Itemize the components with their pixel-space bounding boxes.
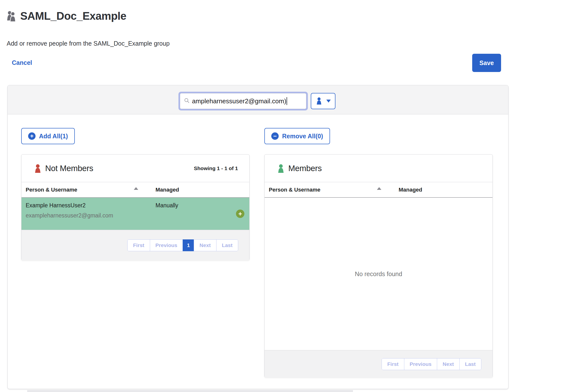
person-icon-green [277, 164, 285, 173]
chevron-down-icon [326, 100, 331, 103]
search-focus-ring: ampleharnessuser2@gmail.com) [178, 92, 308, 110]
minus-circle-icon: − [271, 132, 279, 140]
pagination-previous-button[interactable]: Previous [404, 358, 437, 370]
not-members-card: Not Members Showing 1 - 1 of 1 Person & … [21, 154, 250, 260]
person-icon-red [34, 164, 42, 173]
members-footer: First Previous Next Last [265, 350, 492, 378]
page-title: SAML_Doc_Example [20, 10, 126, 22]
search-input-value: ampleharnessuser2@gmail.com) [192, 97, 286, 105]
add-all-label: Add All(1) [39, 133, 68, 140]
group-icon [6, 10, 17, 22]
search-icon [184, 98, 190, 104]
page-subtitle: Add or remove people from the SAML_Doc_E… [7, 40, 170, 47]
remove-all-button[interactable]: − Remove All(0) [264, 128, 330, 144]
members-table-header: Person & Username Managed [265, 182, 492, 198]
not-members-footer: First Previous 1 Next Last [21, 230, 249, 261]
sort-asc-icon [134, 187, 138, 190]
column-header-person[interactable]: Person & Username [265, 187, 399, 193]
pagination-previous-button[interactable]: Previous [150, 239, 183, 251]
text-caret [287, 97, 287, 105]
search-input[interactable]: ampleharnessuser2@gmail.com) [180, 93, 306, 109]
save-button[interactable]: Save [472, 54, 501, 72]
pagination-page-1-button[interactable]: 1 [183, 239, 194, 251]
row-managed-cell: Manually [156, 198, 178, 230]
people-filter-dropdown[interactable] [311, 93, 335, 109]
members-title: Members [288, 164, 322, 173]
row-person-name: Example HarnessUser2 [26, 202, 156, 209]
column-header-person[interactable]: Person & Username [21, 187, 156, 193]
pagination-first-button[interactable]: First [127, 239, 150, 251]
table-row[interactable]: Example HarnessUser2 exampleharnessuser2… [21, 198, 249, 230]
column-header-managed[interactable]: Managed [399, 187, 422, 193]
showing-count: Showing 1 - 1 of 1 [194, 165, 238, 171]
not-members-title: Not Members [45, 164, 93, 173]
pagination-next-button[interactable]: Next [437, 358, 460, 370]
row-person-cell: Example HarnessUser2 exampleharnessuser2… [21, 198, 156, 230]
plus-circle-icon: + [28, 132, 36, 140]
cancel-link[interactable]: Cancel [12, 59, 32, 66]
pagination-last-button[interactable]: Last [459, 358, 481, 370]
add-all-button[interactable]: + Add All(1) [21, 128, 75, 144]
group-membership-page: SAML_Doc_Example Add or remove people fr… [0, 0, 565, 392]
members-header: Members [265, 155, 492, 182]
page-title-row: SAML_Doc_Example [6, 10, 126, 22]
remove-all-label: Remove All(0) [282, 133, 323, 140]
not-members-header: Not Members Showing 1 - 1 of 1 [21, 155, 249, 182]
pagination-last-button[interactable]: Last [216, 239, 238, 251]
add-plus-icon[interactable]: + [236, 210, 244, 218]
not-members-pagination: First Previous 1 Next Last [127, 239, 238, 251]
row-person-username: exampleharnessuser2@gmail.com [26, 212, 156, 219]
person-icon [316, 97, 322, 105]
members-pagination: First Previous Next Last [382, 358, 481, 370]
pagination-next-button[interactable]: Next [194, 239, 216, 251]
membership-panel: ampleharnessuser2@gmail.com) + Add All(1… [7, 85, 508, 389]
members-card: Members Person & Username Managed No rec… [264, 154, 493, 377]
column-header-managed[interactable]: Managed [156, 187, 179, 193]
empty-state-message: No records found [265, 198, 492, 350]
sort-asc-icon [377, 187, 381, 190]
pagination-first-button[interactable]: First [382, 358, 404, 370]
search-toolbar: ampleharnessuser2@gmail.com) [8, 85, 508, 114]
not-members-table-header: Person & Username Managed [21, 182, 249, 198]
page-bottom-divider [27, 390, 353, 392]
